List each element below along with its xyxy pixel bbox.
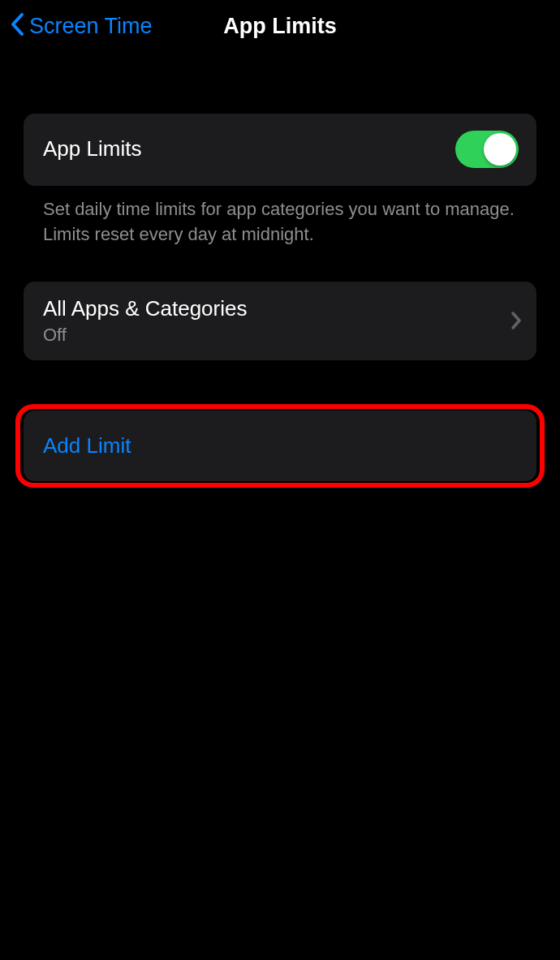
chevron-right-icon (510, 311, 522, 330)
back-button[interactable]: Screen Time (10, 12, 153, 40)
all-apps-status: Off (43, 325, 247, 346)
app-limits-label: App Limits (43, 136, 141, 161)
app-limits-toggle[interactable] (455, 131, 519, 168)
add-limit-section: Add Limit (24, 411, 536, 481)
all-apps-text-group: All Apps & Categories Off (43, 296, 247, 346)
add-limit-label: Add Limit (43, 433, 131, 458)
toggle-footer-text: Set daily time limits for app categories… (24, 186, 536, 248)
toggle-knob (484, 133, 516, 166)
all-apps-title: All Apps & Categories (43, 296, 247, 321)
add-limit-button[interactable]: Add Limit (24, 411, 536, 481)
app-limits-toggle-cell: App Limits (24, 114, 536, 186)
back-label: Screen Time (29, 14, 153, 39)
content-area: App Limits Set daily time limits for app… (0, 50, 560, 481)
navigation-bar: Screen Time App Limits (0, 0, 560, 50)
all-apps-cell[interactable]: All Apps & Categories Off (24, 282, 536, 360)
chevron-left-icon (10, 12, 26, 40)
page-title: App Limits (223, 14, 337, 39)
